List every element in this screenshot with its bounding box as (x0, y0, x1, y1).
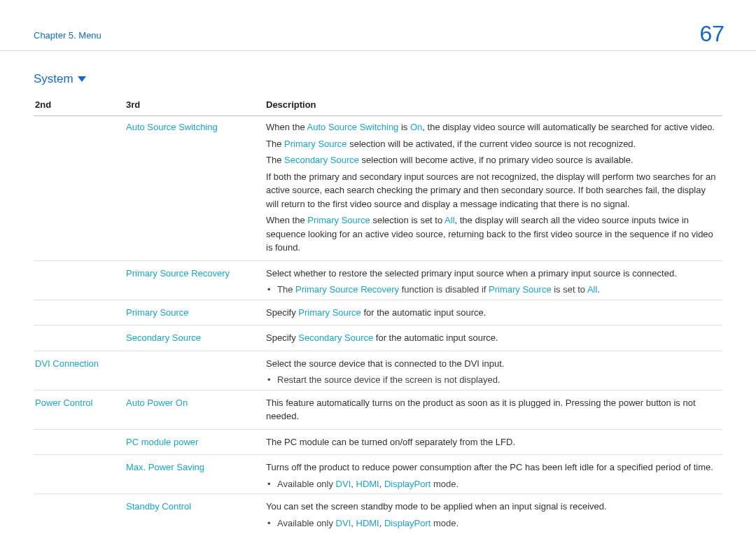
chevron-down-icon (78, 76, 86, 82)
link-primary-source[interactable]: Primary Source (284, 139, 347, 149)
setting-name[interactable]: Primary Source Recovery (125, 260, 265, 300)
link-primary-source-recovery[interactable]: Primary Source Recovery (295, 284, 399, 295)
page-header: Chapter 5. Menu 67 (0, 0, 756, 51)
setting-name[interactable]: Auto Power On (125, 390, 265, 429)
link-all[interactable]: All (587, 284, 597, 295)
setting-description: The PC module can be turned on/off separ… (265, 429, 722, 455)
link-secondary-source[interactable]: Secondary Source (284, 155, 359, 165)
setting-name[interactable]: Auto Source Switching (125, 116, 265, 261)
category-name[interactable]: DVI Connection (34, 351, 125, 390)
link-displayport[interactable]: DisplayPort (384, 518, 430, 528)
link-primary-source[interactable]: Primary Source (307, 215, 370, 225)
setting-name[interactable]: PC module power (125, 429, 265, 455)
table-row: DVI Connection Select the source device … (34, 351, 722, 390)
table-row: Primary Source Recovery Select whether t… (34, 260, 722, 300)
link-secondary-source[interactable]: Secondary Source (298, 332, 373, 343)
setting-description: When the Auto Source Switching is On, th… (265, 116, 722, 261)
link-dvi[interactable]: DVI (336, 479, 351, 489)
link-hdmi[interactable]: HDMI (356, 479, 379, 489)
list-item: The Primary Source Recovery function is … (266, 283, 717, 297)
table-header-row: 2nd 3rd Description (34, 96, 722, 116)
table-row: Power Control Auto Power On This feature… (34, 390, 722, 429)
table-row: Auto Source Switching When the Auto Sour… (34, 116, 722, 261)
setting-description: Select whether to restore the selected p… (265, 260, 722, 300)
category-name[interactable]: Power Control (34, 390, 125, 429)
col-header-description: Description (265, 96, 722, 116)
content-area: System 2nd 3rd Description Auto Source S… (0, 51, 756, 534)
setting-name[interactable]: Primary Source (125, 300, 265, 325)
link-primary-source[interactable]: Primary Source (298, 307, 361, 318)
table-row: Primary Source Specify Primary Source fo… (34, 300, 722, 325)
list-item: Restart the source device if the screen … (266, 373, 717, 387)
link-dvi[interactable]: DVI (336, 518, 351, 528)
link-hdmi[interactable]: HDMI (356, 518, 379, 528)
setting-description: Specify Primary Source for the automatic… (265, 300, 722, 325)
col-header-3rd: 3rd (125, 96, 265, 116)
table-row: Secondary Source Specify Secondary Sourc… (34, 325, 722, 351)
section-title-text: System (34, 72, 74, 86)
link-primary-source[interactable]: Primary Source (489, 284, 552, 295)
table-row: Standby Control You can set the screen s… (34, 494, 722, 535)
setting-name[interactable]: Max. Power Saving (125, 455, 265, 494)
list-item: Available only DVI, HDMI, DisplayPort mo… (266, 517, 717, 531)
setting-description: You can set the screen standby mode to b… (265, 494, 722, 535)
page-number: 67 (699, 21, 724, 47)
table-row: PC module power The PC module can be tur… (34, 429, 722, 455)
link-displayport[interactable]: DisplayPort (384, 479, 430, 489)
setting-description: Select the source device that is connect… (265, 351, 722, 390)
breadcrumb[interactable]: Chapter 5. Menu (34, 21, 102, 41)
list-item: Available only DVI, HDMI, DisplayPort mo… (266, 477, 717, 491)
section-title[interactable]: System (34, 72, 722, 86)
setting-name[interactable]: Secondary Source (125, 325, 265, 351)
setting-description: Specify Secondary Source for the automat… (265, 325, 722, 351)
setting-description: This feature automatically turns on the … (265, 390, 722, 429)
link-auto-source-switching[interactable]: Auto Source Switching (307, 122, 399, 132)
col-header-2nd: 2nd (34, 96, 125, 116)
setting-name[interactable]: Standby Control (125, 494, 265, 535)
link-all[interactable]: All (444, 215, 454, 225)
settings-table: 2nd 3rd Description Auto Source Switchin… (34, 96, 722, 534)
table-row: Max. Power Saving Turns off the product … (34, 455, 722, 494)
setting-description: Turns off the product to reduce power co… (265, 455, 722, 494)
link-on[interactable]: On (410, 122, 422, 132)
